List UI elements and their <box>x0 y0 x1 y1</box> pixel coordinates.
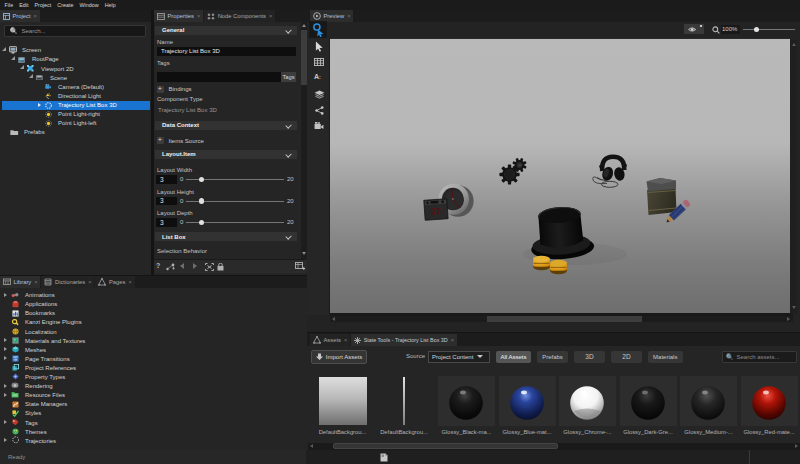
svg-text:27: 27 <box>430 205 441 217</box>
